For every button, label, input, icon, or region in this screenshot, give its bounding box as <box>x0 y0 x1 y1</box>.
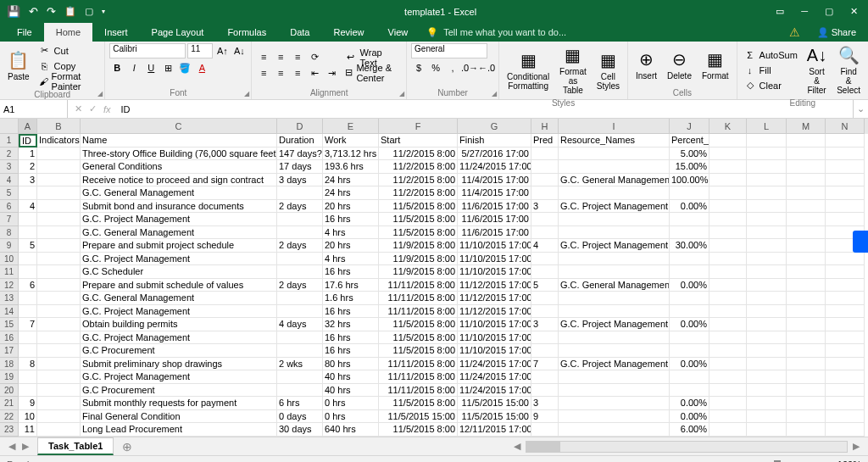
row-header[interactable]: 1 <box>0 134 19 148</box>
cell[interactable] <box>559 160 670 174</box>
row-header[interactable]: 17 <box>0 344 19 358</box>
cell[interactable] <box>826 279 865 292</box>
cell[interactable] <box>559 370 670 384</box>
cell[interactable] <box>277 331 323 345</box>
tab-home[interactable]: Home <box>44 23 92 42</box>
cell[interactable]: ID <box>19 134 37 148</box>
col-header-F[interactable]: F <box>379 119 458 134</box>
cell[interactable] <box>709 239 747 253</box>
cell[interactable] <box>747 370 787 384</box>
cell[interactable]: 11/2/2015 8:00 <box>379 174 458 187</box>
cell[interactable] <box>787 384 826 398</box>
cell[interactable] <box>826 344 865 358</box>
tab-view[interactable]: View <box>376 23 420 42</box>
col-header-N[interactable]: N <box>826 119 865 134</box>
cell[interactable]: Long Lead Procurement <box>81 423 277 437</box>
font-size-dropdown[interactable]: 11 <box>187 43 213 58</box>
cell[interactable]: 30.00% <box>670 239 709 253</box>
cell[interactable]: G.C Scheduler <box>81 265 277 279</box>
cell[interactable] <box>709 213 747 226</box>
redo-icon[interactable]: ↷ <box>47 5 56 18</box>
cell[interactable]: 11/5/2015 8:00 <box>379 213 458 226</box>
cell[interactable] <box>531 265 559 279</box>
cell[interactable]: Submit preliminary shop drawings <box>81 358 277 371</box>
paste-button[interactable]: 📋Paste <box>4 43 33 88</box>
cell[interactable] <box>670 253 709 266</box>
cell[interactable]: 0 days <box>277 410 323 424</box>
cell[interactable]: G.C. Project Management[ <box>559 318 670 331</box>
clear-button[interactable]: ◇Clear <box>742 78 800 92</box>
cell[interactable] <box>747 318 787 331</box>
cell[interactable]: 0.00% <box>670 397 709 410</box>
cell[interactable] <box>37 213 81 226</box>
cell[interactable]: 11/11/2015 8:00 <box>379 279 458 292</box>
cell[interactable]: 9 <box>19 397 37 410</box>
cell[interactable] <box>787 253 826 266</box>
fill-button[interactable]: ↓Fill <box>742 63 800 77</box>
tab-page-layout[interactable]: Page Layout <box>140 23 216 42</box>
find-select-button[interactable]: 🔍Find & Select <box>833 43 864 97</box>
cell[interactable] <box>787 186 826 200</box>
decrease-indent-icon[interactable]: ⇤ <box>307 65 322 81</box>
dropbox-badge-icon[interactable] <box>853 231 868 253</box>
cell[interactable] <box>559 148 670 161</box>
col-header-E[interactable]: E <box>323 119 379 134</box>
cell[interactable]: 11/10/2015 17:00 <box>458 344 531 358</box>
cell[interactable]: 9 <box>531 410 559 424</box>
cell[interactable]: 11/5/2015 15:00 <box>379 410 458 424</box>
cell[interactable]: G.C. Project Management <box>81 331 277 345</box>
cell[interactable] <box>37 186 81 200</box>
cell[interactable] <box>19 370 37 384</box>
cell[interactable] <box>747 186 787 200</box>
col-header-B[interactable]: B <box>37 119 81 134</box>
cell[interactable] <box>37 253 81 266</box>
cell[interactable]: 5/27/2016 17:00 <box>458 148 531 161</box>
cell[interactable]: 11/5/2015 15:00 <box>458 397 531 410</box>
cell[interactable]: 3 days <box>277 174 323 187</box>
cell[interactable] <box>277 253 323 266</box>
cell[interactable] <box>709 174 747 187</box>
cell[interactable] <box>787 160 826 174</box>
cell[interactable] <box>787 265 826 279</box>
cell[interactable]: G.C. Project Management <box>81 305 277 319</box>
cell[interactable]: 6 hrs <box>277 397 323 410</box>
cell[interactable]: 0 hrs <box>323 397 379 410</box>
cell[interactable]: G.C. General Management <box>81 226 277 240</box>
cell[interactable] <box>826 160 865 174</box>
row-header[interactable]: 15 <box>0 318 19 331</box>
cell[interactable]: 1 <box>19 148 37 161</box>
tab-insert[interactable]: Insert <box>92 23 140 42</box>
cell[interactable]: G.C. Project Management <box>81 213 277 226</box>
row-header[interactable]: 21 <box>0 397 19 410</box>
cell[interactable]: 6.00% <box>670 423 709 437</box>
cell[interactable] <box>670 265 709 279</box>
cell[interactable]: G.C. Project Management, <box>559 200 670 214</box>
cell[interactable]: G.C. Project Management <box>81 370 277 384</box>
cell[interactable] <box>559 305 670 319</box>
cell[interactable] <box>670 226 709 240</box>
cell[interactable] <box>747 305 787 319</box>
cell[interactable] <box>559 186 670 200</box>
cut-button[interactable]: ✂Cut <box>36 43 101 58</box>
cell[interactable] <box>37 318 81 331</box>
row-header[interactable]: 3 <box>0 160 19 174</box>
cell[interactable] <box>559 265 670 279</box>
cell[interactable] <box>559 213 670 226</box>
cell[interactable] <box>787 318 826 331</box>
cell[interactable] <box>787 134 826 148</box>
cell[interactable]: 2 days <box>277 200 323 214</box>
decrease-font-icon[interactable]: A↓ <box>231 43 247 58</box>
row-header[interactable]: 16 <box>0 331 19 345</box>
row-header[interactable]: 6 <box>0 200 19 214</box>
cell[interactable] <box>37 200 81 214</box>
cell[interactable] <box>747 253 787 266</box>
cell[interactable]: 11/24/2015 17:00 <box>458 370 531 384</box>
cell[interactable] <box>826 318 865 331</box>
cell[interactable] <box>37 279 81 292</box>
cell[interactable] <box>787 423 826 437</box>
col-header-M[interactable]: M <box>787 119 826 134</box>
cell[interactable]: 1.6 hrs <box>323 292 379 305</box>
ribbon-options-icon[interactable]: ▭ <box>776 6 784 17</box>
cell[interactable] <box>747 213 787 226</box>
cell[interactable]: 2 days <box>277 279 323 292</box>
